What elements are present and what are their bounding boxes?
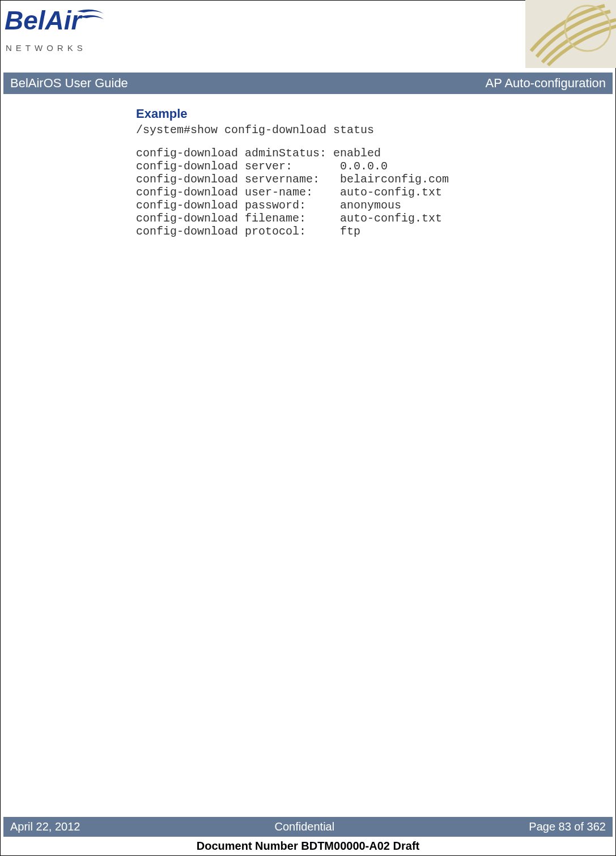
- footer-confidential: Confidential: [275, 820, 335, 833]
- logo: BelAir NETWORKS: [5, 7, 107, 60]
- svg-text:NETWORKS: NETWORKS: [6, 43, 87, 53]
- document-number: Document Number BDTM00000-A02 Draft: [0, 840, 616, 853]
- footer-page-number: Page 83 of 362: [529, 820, 606, 833]
- footer-bar: April 22, 2012 Confidential Page 83 of 3…: [3, 817, 613, 837]
- footer-date: April 22, 2012: [10, 820, 80, 833]
- svg-text:BelAir: BelAir: [5, 7, 83, 35]
- page-border: [0, 0, 616, 856]
- header-decoration-icon: [525, 0, 616, 68]
- belair-logo-icon: BelAir NETWORKS: [5, 7, 107, 58]
- page-header: BelAir NETWORKS: [0, 0, 616, 73]
